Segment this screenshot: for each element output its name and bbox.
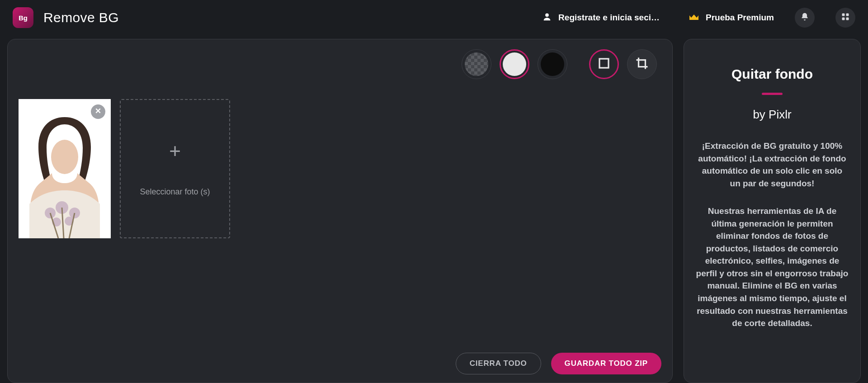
sidebar-paragraph-1: ¡Extracción de BG gratuito y 100% automá… xyxy=(696,140,849,189)
svg-point-7 xyxy=(51,140,78,174)
crop-button[interactable] xyxy=(627,49,657,79)
svg-rect-4 xyxy=(846,18,849,20)
grid-icon xyxy=(841,13,849,23)
bg-white-swatch[interactable] xyxy=(500,49,529,79)
premium-link[interactable]: Prueba Premium xyxy=(689,13,774,23)
aspect-square-button[interactable] xyxy=(589,49,619,79)
thumbnail-row: + Seleccionar foto (s) xyxy=(19,99,661,238)
add-photo-label: Seleccionar foto (s) xyxy=(140,187,210,197)
remove-thumbnail-button[interactable] xyxy=(91,104,105,119)
sidebar-subtitle: by Pixlr xyxy=(753,108,791,122)
user-icon xyxy=(542,12,552,24)
bell-icon xyxy=(800,12,809,23)
bg-transparent-swatch[interactable] xyxy=(462,49,491,79)
save-zip-button[interactable]: GUARDAR TODO ZIP xyxy=(551,353,661,374)
crop-icon xyxy=(635,57,649,72)
portrait-preview xyxy=(19,99,111,238)
svg-rect-1 xyxy=(842,14,845,16)
crown-icon xyxy=(689,14,699,22)
plus-icon: + xyxy=(169,141,181,161)
brand[interactable]: Bg Remove BG xyxy=(13,7,119,28)
login-link[interactable]: Registrate e inicia seci… xyxy=(542,12,660,24)
content: + Seleccionar foto (s) CIERRA TODO GUARD… xyxy=(0,35,868,383)
canvas-actions: CIERRA TODO GUARDAR TODO ZIP xyxy=(19,342,661,374)
sidebar-title: Quitar fondo xyxy=(731,66,813,82)
apps-button[interactable] xyxy=(835,8,855,28)
svg-rect-5 xyxy=(599,59,609,68)
login-label: Registrate e inicia seci… xyxy=(558,13,660,23)
svg-rect-3 xyxy=(842,18,845,20)
top-bar: Bg Remove BG Registrate e inicia seci… P… xyxy=(0,0,868,35)
premium-label: Prueba Premium xyxy=(706,13,774,23)
bg-toolbar xyxy=(19,49,661,79)
canvas-panel: + Seleccionar foto (s) CIERRA TODO GUARD… xyxy=(7,39,673,383)
svg-rect-2 xyxy=(846,14,849,16)
square-icon xyxy=(597,57,611,72)
brand-logo-icon: Bg xyxy=(13,7,33,28)
close-all-button[interactable]: CIERRA TODO xyxy=(456,353,541,374)
notifications-button[interactable] xyxy=(795,8,815,28)
add-photo-tile[interactable]: + Seleccionar foto (s) xyxy=(120,99,230,238)
info-sidebar: Quitar fondo by Pixlr ¡Extracción de BG … xyxy=(684,39,861,383)
close-icon xyxy=(94,107,102,116)
image-thumbnail[interactable] xyxy=(19,99,111,238)
bg-black-swatch[interactable] xyxy=(538,49,567,79)
app-title: Remove BG xyxy=(43,10,119,25)
svg-point-0 xyxy=(545,13,549,17)
sidebar-paragraph-2: Nuestras herramientas de IA de última ge… xyxy=(696,205,849,329)
sidebar-divider xyxy=(762,93,783,95)
